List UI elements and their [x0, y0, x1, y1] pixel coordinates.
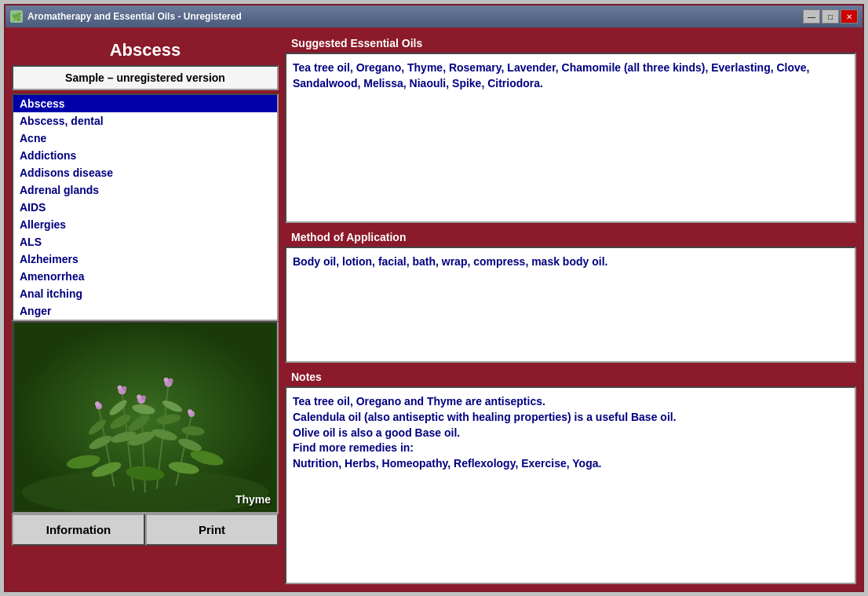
method-header: Method of Application	[285, 228, 856, 247]
sample-banner: Sample – unregistered version	[12, 65, 279, 90]
list-item[interactable]: Acne	[13, 130, 277, 147]
svg-point-27	[118, 386, 122, 390]
list-item[interactable]: Addictions	[13, 147, 277, 164]
list-item[interactable]: AIDS	[13, 199, 277, 216]
right-panel: Suggested Essential Oils Tea tree oil, O…	[285, 34, 856, 584]
app-icon: 🌿	[10, 10, 23, 23]
list-item[interactable]: Alzheimers	[13, 250, 277, 268]
window-controls: — □ ✕	[803, 9, 858, 24]
conditions-list: AbscessAbscess, dentalAcneAddictionsAddi…	[13, 95, 277, 320]
list-item[interactable]: ALS	[13, 233, 277, 250]
svg-point-30	[188, 409, 192, 414]
bottom-buttons: Information Print	[12, 514, 279, 546]
close-button[interactable]: ✕	[841, 9, 858, 24]
oils-section: Suggested Essential Oils Tea tree oil, O…	[285, 34, 856, 223]
notes-section: Notes Tea tree oil, Oregano and Thyme ar…	[285, 367, 856, 584]
method-content: Body oil, lotion, facial, bath, wrap, co…	[285, 247, 856, 363]
svg-point-32	[95, 401, 100, 406]
title-bar: 🌿 Aromatherapy and Essential Oils - Unre…	[5, 5, 863, 27]
oils-content: Tea tree oil, Oregano, Thyme, Rosemary, …	[285, 53, 856, 223]
oils-header: Suggested Essential Oils	[285, 34, 856, 53]
svg-point-22	[141, 395, 146, 400]
list-item[interactable]: Allergies	[13, 216, 277, 233]
svg-point-25	[169, 378, 173, 383]
conditions-list-container[interactable]: AbscessAbscess, dentalAcneAddictionsAddi…	[12, 93, 279, 321]
list-item[interactable]: Amenorrhea	[13, 268, 277, 285]
list-item[interactable]: Anal itching	[13, 285, 277, 302]
method-section: Method of Application Body oil, lotion, …	[285, 228, 856, 363]
window-title: Aromatherapy and Essential Oils - Unregi…	[27, 11, 798, 22]
maximize-button[interactable]: □	[822, 9, 839, 24]
minimize-button[interactable]: —	[803, 9, 820, 24]
main-content: Abscess Sample – unregistered version Ab…	[5, 27, 863, 591]
svg-point-21	[137, 394, 141, 399]
list-item[interactable]: Anger	[13, 302, 277, 320]
list-item[interactable]: Abscess	[13, 95, 277, 112]
list-item[interactable]: Adrenal glands	[13, 181, 277, 199]
information-button[interactable]: Information	[12, 514, 145, 546]
list-item[interactable]: Abscess, dental	[13, 112, 277, 130]
herb-image: Thyme	[12, 321, 279, 514]
herb-image-label: Thyme	[235, 493, 271, 506]
print-button[interactable]: Print	[145, 514, 279, 546]
left-panel: Abscess Sample – unregistered version Ab…	[12, 34, 279, 584]
app-window: 🌿 Aromatherapy and Essential Oils - Unre…	[4, 4, 864, 592]
svg-point-24	[164, 378, 169, 382]
notes-content: Tea tree oil, Oregano and Thyme are anti…	[285, 386, 856, 584]
list-item[interactable]: Addisons disease	[13, 164, 277, 181]
condition-title: Abscess	[12, 34, 279, 65]
notes-header: Notes	[285, 367, 856, 386]
svg-point-28	[122, 386, 126, 391]
